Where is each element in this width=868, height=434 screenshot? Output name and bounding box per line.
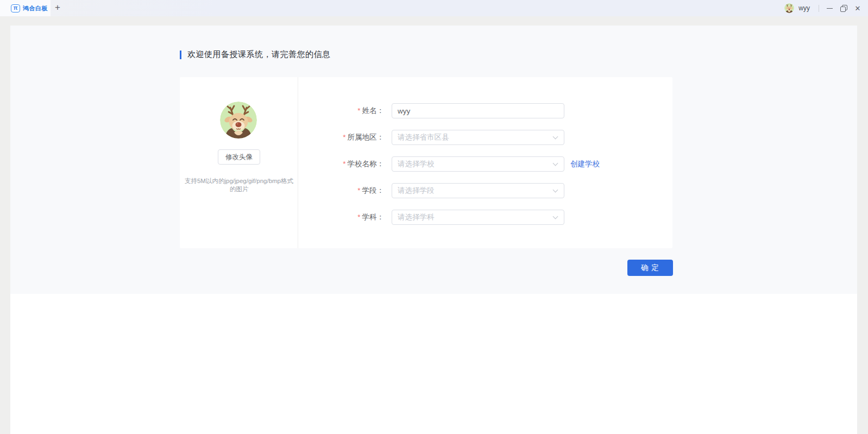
school-placeholder: 请选择学校: [392, 159, 552, 169]
region-label: *所属地区：: [298, 133, 384, 142]
app-tab-title: 鸿合白板: [23, 4, 48, 12]
required-marker: *: [357, 213, 360, 221]
profile-setup-section: 欢迎使用备授课系统，请完善您的信息 修改头像 支持5M以内的jpg/jpeg/g…: [10, 26, 857, 294]
form-row-region: *所属地区： 请选择省市区县: [298, 130, 564, 145]
form-row-subject: *学科： 请选择学科: [298, 210, 564, 225]
name-field-box: [392, 103, 564, 118]
name-input[interactable]: [392, 104, 564, 118]
required-marker: *: [343, 133, 345, 141]
minimize-button[interactable]: [822, 0, 836, 16]
school-select[interactable]: 请选择学校: [392, 156, 564, 172]
region-placeholder: 请选择省市区县: [392, 133, 552, 142]
avatar-panel: 修改头像 支持5M以内的jpg/jpeg/gif/png/bmp格式 的图片: [180, 77, 298, 248]
restore-button[interactable]: [836, 0, 851, 16]
school-label: *学校名称：: [298, 159, 384, 169]
app-tab[interactable]: π 鸿合白板: [0, 0, 51, 16]
profile-card: 修改头像 支持5M以内的jpg/jpeg/gif/png/bmp格式 的图片 *…: [180, 77, 672, 248]
profile-form: *姓名： *所属地区： 请选择省市区县 *学校名称： 请选择学校: [298, 77, 672, 248]
new-tab-button[interactable]: +: [52, 0, 63, 16]
avatar-hint-text: 支持5M以内的jpg/jpeg/gif/png/bmp格式 的图片: [184, 177, 294, 193]
stage-placeholder: 请选择学段: [392, 186, 552, 196]
chevron-down-icon: [552, 214, 559, 221]
titlebar: π 鸿合白板 + wyy ✕: [0, 0, 868, 16]
required-marker: *: [343, 160, 345, 168]
user-avatar[interactable]: [784, 3, 794, 13]
titlebar-divider: [819, 5, 819, 12]
titlebar-right-cluster: wyy ✕: [784, 0, 868, 16]
form-row-school: *学校名称： 请选择学校 创建学校: [298, 156, 600, 172]
user-name: wyy: [798, 4, 810, 12]
create-school-link[interactable]: 创建学校: [570, 159, 600, 169]
content-viewport: 欢迎使用备授课系统，请完善您的信息 修改头像 支持5M以内的jpg/jpeg/g…: [10, 26, 857, 434]
heading-accent-bar: [180, 51, 181, 59]
required-marker: *: [357, 106, 360, 115]
avatar-hint-line1: 支持5M以内的jpg/jpeg/gif/png/bmp格式: [184, 177, 294, 185]
region-select[interactable]: 请选择省市区县: [392, 130, 564, 145]
page-heading-row: 欢迎使用备授课系统，请完善您的信息: [180, 49, 331, 60]
stage-select[interactable]: 请选择学段: [392, 183, 564, 198]
page-title: 欢迎使用备授课系统，请完善您的信息: [187, 49, 331, 60]
subject-label: *学科：: [298, 212, 384, 222]
subject-select[interactable]: 请选择学科: [392, 210, 564, 225]
restore-icon: [840, 5, 847, 12]
confirm-button[interactable]: 确 定: [627, 260, 673, 276]
name-label: *姓名：: [298, 106, 384, 116]
subject-placeholder: 请选择学科: [392, 212, 552, 222]
required-marker: *: [357, 186, 360, 194]
form-row-stage: *学段： 请选择学段: [298, 183, 564, 198]
profile-avatar[interactable]: [220, 102, 257, 139]
minimize-icon: [827, 8, 833, 9]
form-row-name: *姓名：: [298, 103, 564, 118]
stage-label: *学段：: [298, 186, 384, 196]
close-icon: ✕: [855, 5, 861, 12]
close-button[interactable]: ✕: [851, 0, 865, 16]
chevron-down-icon: [552, 161, 559, 167]
plus-icon: +: [55, 2, 60, 12]
app-logo-icon: π: [11, 4, 20, 12]
avatar-hint-line2: 的图片: [184, 185, 294, 193]
change-avatar-button[interactable]: 修改头像: [218, 149, 260, 165]
chevron-down-icon: [552, 187, 559, 194]
chevron-down-icon: [552, 134, 559, 141]
